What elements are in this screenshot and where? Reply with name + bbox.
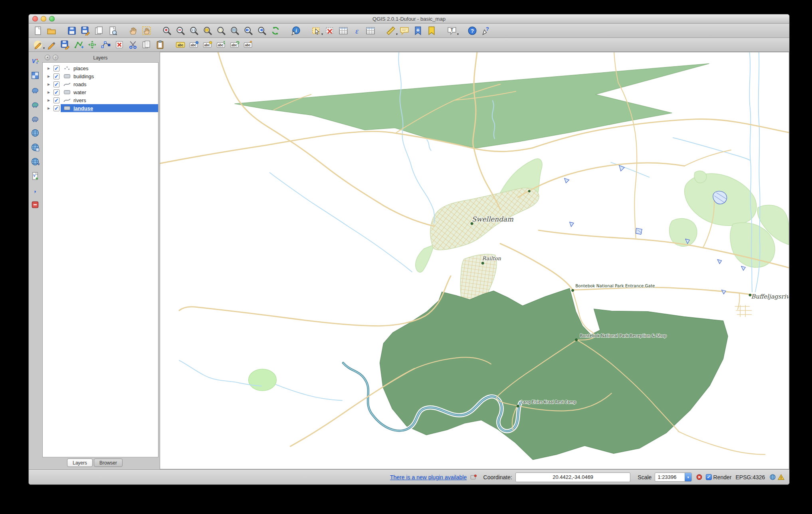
layer-entry[interactable]: places [61,64,158,72]
add-raster-layer-button[interactable] [29,69,41,81]
zoom-to-selection-button[interactable] [215,25,227,37]
minimize-window-button[interactable] [41,16,46,22]
layer-entry[interactable]: buildings [61,72,158,80]
panel-float-button[interactable]: ▿ [53,55,58,60]
scale-combo[interactable]: 1:23396 ▾ [655,472,691,482]
layer-row-places[interactable]: ▶✓places [43,64,158,72]
expand-arrow-icon[interactable]: ▶ [46,99,51,102]
node-tool-button[interactable] [100,39,112,51]
new-project-button[interactable] [32,25,44,37]
layer-row-roads[interactable]: ▶✓roads [43,80,158,88]
combo-arrow-icon[interactable]: ▾ [685,473,691,481]
composer-manager-button[interactable] [107,25,119,37]
expand-arrow-icon[interactable]: ▶ [46,107,51,110]
layer-entry[interactable]: roads [61,80,158,88]
layer-visibility-checkbox[interactable]: ✓ [53,81,59,87]
zoom-to-layer-button[interactable] [229,25,241,37]
pan-to-selection-button[interactable] [141,25,152,37]
crs-status-button[interactable] [769,474,776,481]
rotate-label-button[interactable]: abc [229,39,241,51]
map-canvas[interactable]: Swellendam Railton Buffeljagsrivier Bont… [160,52,789,469]
layer-row-water[interactable]: ▶✓water [43,88,158,96]
layer-entry[interactable]: landuse [61,104,158,112]
identify-features-button[interactable]: i [290,25,302,37]
open-project-button[interactable] [46,25,57,37]
deselect-all-button[interactable] [324,25,336,37]
open-attribute-table-button[interactable] [337,25,349,37]
copy-features-button[interactable] [141,39,152,51]
save-layer-edits-button[interactable] [59,39,71,51]
labeling-options-button[interactable]: abc [174,39,186,51]
layer-visibility-checkbox[interactable]: ✓ [53,89,59,95]
field-calculator-button[interactable]: ε [351,25,363,37]
layer-row-buildings[interactable]: ▶✓buildings [43,72,158,80]
window-titlebar[interactable]: QGIS 2.0.1-Dufour - basic_map [29,14,789,24]
render-checkbox[interactable]: ✓ [706,474,712,480]
add-mssql-layer-button[interactable] [29,113,41,125]
map-tips-button[interactable] [398,25,410,37]
measure-button[interactable] [385,25,397,37]
tab-browser[interactable]: Browser [94,459,123,467]
add-feature-button[interactable] [73,39,85,51]
zoom-next-button[interactable] [256,25,268,37]
attribute-actions-button[interactable] [364,25,376,37]
paste-features-button[interactable] [154,39,166,51]
add-spatialite-layer-button[interactable] [29,98,41,110]
help-contents-button[interactable]: ? [466,25,478,37]
layer-row-landuse[interactable]: ▶✓landuse [43,104,158,112]
add-delimited-text-layer-button[interactable]: , [29,184,41,196]
delete-selected-button[interactable] [113,39,125,51]
add-wfs-layer-button[interactable]: V [29,156,41,168]
zoom-last-button[interactable] [242,25,254,37]
expand-arrow-icon[interactable]: ▶ [46,67,51,70]
expand-arrow-icon[interactable]: ▶ [46,91,51,94]
zoom-out-button[interactable] [174,25,186,37]
messages-button[interactable]: ! [778,474,784,481]
tab-layers[interactable]: Layers [67,459,93,467]
toggle-editing-button[interactable] [46,39,57,51]
add-wms-layer-button[interactable] [29,127,41,139]
panel-close-button[interactable]: × [45,55,50,60]
save-project-as-button[interactable] [79,25,91,37]
layer-visibility-checkbox[interactable]: ✓ [53,97,59,103]
save-project-button[interactable] [66,25,78,37]
zoom-full-button[interactable] [202,25,214,37]
select-features-button[interactable] [310,25,322,37]
plugin-available-link[interactable]: There is a new plugin available [390,474,467,480]
cut-features-button[interactable] [127,39,139,51]
layer-visibility-checkbox[interactable]: ✓ [53,73,59,79]
layer-entry[interactable]: rivers [61,96,158,104]
pan-map-button[interactable] [127,25,139,37]
add-wcs-layer-button[interactable] [29,141,41,153]
whats-this-button[interactable]: ? [480,25,492,37]
change-label-button[interactable]: abc [242,39,254,51]
move-label-button[interactable]: abc [215,39,227,51]
show-bookmarks-button[interactable] [426,25,438,37]
new-print-composer-button[interactable] [93,25,105,37]
zoom-native-button[interactable]: 1:1 [188,25,200,37]
new-bookmark-button[interactable] [412,25,424,37]
new-shapefile-layer-button[interactable]: V [29,170,41,182]
zoom-in-button[interactable] [161,25,173,37]
layer-visibility-checkbox[interactable]: ✓ [53,65,59,71]
stop-render-icon[interactable] [696,474,703,481]
add-postgis-layer-button[interactable] [29,84,41,96]
pin-unpin-labels-button[interactable]: abc [202,39,214,51]
coordinate-input[interactable] [515,472,630,482]
layer-row-rivers[interactable]: ▶✓rivers [43,96,158,104]
show-pinned-labels-button[interactable]: abc [188,39,200,51]
text-annotation-button[interactable]: T [446,25,458,37]
layer-visibility-checkbox[interactable]: ✓ [53,105,59,111]
expand-arrow-icon[interactable]: ▶ [46,75,51,78]
expand-arrow-icon[interactable]: ▶ [46,83,51,86]
remove-layer-button[interactable] [29,199,41,211]
close-window-button[interactable] [32,16,38,22]
refresh-map-button[interactable] [269,25,281,37]
current-edits-button[interactable] [32,39,44,51]
move-feature-button[interactable] [86,39,98,51]
plugin-icon[interactable] [470,474,477,481]
add-vector-layer-button[interactable]: V [29,55,41,67]
layer-entry[interactable]: water [61,88,158,96]
toolbar-separator [283,24,288,37]
zoom-window-button[interactable] [49,16,55,22]
